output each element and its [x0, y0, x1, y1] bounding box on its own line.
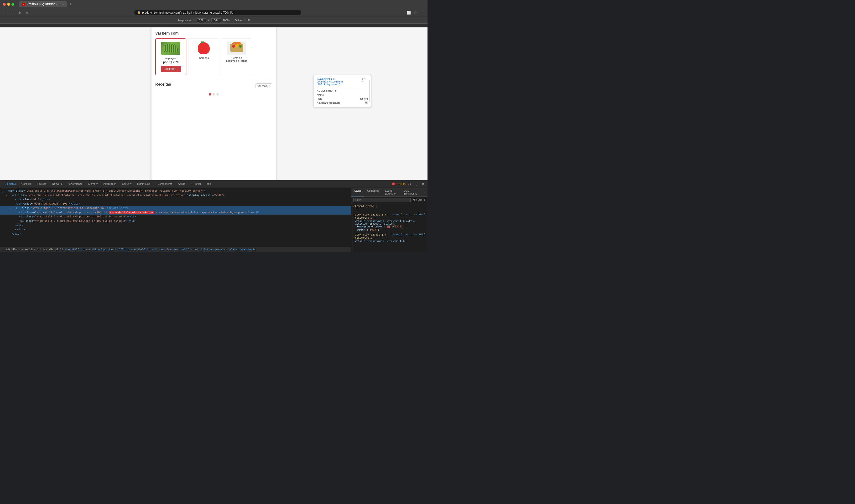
styles-tab-more[interactable]: › — [421, 188, 428, 196]
devtools-settings-icon[interactable]: ⚙ — [407, 181, 412, 187]
html-line-8[interactable]: <li class="vtex-shelf-1-x-dot mh2 mv0 po… — [0, 219, 351, 223]
devtools-tab-performance[interactable]: Performance — [65, 181, 85, 187]
tooltip-name-label: Name — [317, 93, 324, 96]
product-card-cesta[interactable]: Cesta deLegumes e Frutas — [221, 38, 252, 75]
dot-indicator-active[interactable] — [209, 93, 211, 95]
product-name-cesta: Cesta deLegumes e Frutas — [224, 56, 249, 62]
devtools-tab-application[interactable]: Application — [101, 181, 119, 187]
width-input[interactable] — [196, 18, 206, 22]
html-line-10[interactable]: </div> — [0, 228, 351, 232]
html-line-1[interactable]: ▸ <div class="vtex-shelf-1-x-shelfConten… — [0, 189, 351, 193]
tooltip-scrollbar[interactable] — [369, 80, 370, 102]
devtools-close-icon[interactable]: × — [420, 181, 425, 187]
styles-hov-btn[interactable]: :hov — [412, 198, 417, 201]
tooltip-keyboard-icon: ⊘ — [365, 101, 368, 104]
devtools-tab-apollo[interactable]: Apollo — [175, 181, 188, 187]
html-line-6[interactable]: <li class="vtex-shelf-1-x-dot mh2 mv0 po… — [0, 210, 351, 215]
collapse-arrow-2[interactable]: ▸ — [6, 193, 7, 197]
breadcrumb-item-div1[interactable]: div — [5, 248, 12, 251]
maximize-traffic-light[interactable] — [12, 3, 14, 6]
collapse-arrow-5[interactable]: ▸ — [10, 206, 11, 210]
html-line-11[interactable]: </div> — [0, 232, 351, 236]
browser-tab-active[interactable]: V V T FRA L MIQ GRE750 - Zon... × — [19, 1, 67, 7]
styles-rule-comment-2: details-product-main .vtex-shelf-1- — [353, 240, 425, 242]
styles-add-btn[interactable]: + — [424, 198, 425, 202]
add-to-cart-button[interactable]: Adicionar + — [161, 66, 181, 72]
product-name-aspargos: aspargos — [159, 57, 183, 59]
warn-count: 45 — [403, 183, 405, 185]
breadcrumb-item-ul[interactable]: ul — [55, 248, 59, 251]
dot-indicator-1[interactable] — [212, 93, 215, 95]
breadcrumb-item-div2[interactable]: div — [12, 248, 18, 251]
styles-prop-width: width : 36px ; — [353, 228, 425, 231]
product-card-morango[interactable]: morango — [188, 38, 219, 75]
browser-toolbar-right: ⬜ ☆ ⋮ — [406, 10, 425, 15]
devtools-tab-components[interactable]: • Components — [153, 181, 175, 187]
devtools-tab-axe[interactable]: axe — [204, 181, 214, 187]
html-panel[interactable]: … ▸ <div class="vtex-shelf-1-x-shelfCont… — [0, 188, 351, 252]
breadcrumb-item-div3[interactable]: div — [18, 248, 24, 251]
product-card-aspargos[interactable]: aspargos por R$ 7,70 Adicionar + — [155, 38, 186, 75]
collapse-arrow-1[interactable]: ▸ — [2, 189, 3, 193]
error-icon: 🔴 — [392, 182, 395, 185]
height-input[interactable] — [211, 18, 221, 22]
devtools-icons: 🔴 16 ⚠ 45 ⚙ ⋮ × — [392, 181, 426, 187]
styles-source-2[interactable]: zonasul.zon...produto:2 — [393, 233, 425, 240]
devtools-body: … ▸ <div class="vtex-shelf-1-x-shelfCont… — [0, 188, 428, 252]
online-label: Online — [235, 19, 242, 22]
devtools-tab-console[interactable]: Console — [19, 181, 34, 187]
devtools-tab-profiler[interactable]: • Profiler — [188, 181, 204, 187]
tooltip-role-label: Role — [317, 97, 322, 100]
new-tab-button[interactable]: + — [68, 1, 73, 7]
html-line-9[interactable]: </ul> — [0, 223, 351, 228]
bookmark-icon[interactable]: ☆ — [413, 10, 418, 15]
receitas-section: Receitas Ver mais + — [155, 79, 272, 89]
url-bar[interactable]: 🔒 produto--zonasul.myvtex.com/v-tto-fra-… — [134, 10, 301, 15]
styles-tab-computed[interactable]: Computed — [364, 188, 382, 196]
html-line-3[interactable]: <div class="db"></div> — [0, 197, 351, 202]
styles-tab-event-listeners[interactable]: Event Listeners — [382, 188, 401, 196]
tab-close-btn[interactable]: × — [63, 3, 64, 6]
devtools-more-icon[interactable]: ⋮ — [414, 181, 419, 187]
breadcrumb-item-section[interactable]: section — [24, 248, 36, 251]
devtools-tab-network[interactable]: Network — [49, 181, 65, 187]
devtools-tab-sources[interactable]: Sources — [34, 181, 49, 187]
html-line-7[interactable]: <li class="vtex-shelf-1-x-dot mh2 mv0 po… — [0, 215, 351, 219]
breadcrumb-item-div5[interactable]: div — [42, 248, 48, 251]
styles-source-1[interactable]: zonasul.zon...produto:2 — [393, 213, 425, 220]
styles-tab-dom-breakpoints[interactable]: DOM Breakpoints — [401, 188, 421, 196]
error-count-badge: 🔴 16 — [392, 182, 398, 185]
styles-cls-btn[interactable]: .cls — [418, 198, 422, 201]
tab-favicon: V — [22, 3, 25, 6]
back-button[interactable]: ← — [3, 10, 8, 15]
html-line-2[interactable]: ▸ <ul class="vtex-shelf-1-x-sliderContai… — [0, 193, 351, 197]
styles-filter-input[interactable] — [353, 198, 411, 202]
warn-icon: ⚠ — [400, 182, 402, 185]
browser-chrome: V V T FRA L MIQ GRE750 - Zon... × + — [0, 0, 428, 8]
screen-cast-icon[interactable]: ⬜ — [406, 10, 411, 15]
minimize-traffic-light[interactable] — [7, 3, 10, 6]
tooltip-role-row: Role listitem — [317, 97, 368, 101]
breadcrumb-item-div6[interactable]: div — [49, 248, 55, 251]
dot-indicator-2[interactable] — [216, 93, 219, 95]
styles-tab-styles[interactable]: Styles — [351, 188, 364, 196]
devtools-tab-elements[interactable]: Elements — [2, 181, 19, 187]
devtools-tab-memory[interactable]: Memory — [85, 181, 101, 187]
breadcrumb-item-li-active[interactable]: li.vtex-shelf-1-x-dot.mh2.mv0.pointer.br… — [59, 248, 257, 251]
devtools-tab-lighthouse[interactable]: Lighthouse — [134, 181, 153, 187]
html-line-5[interactable]: ▸ <ul class="vtex-slider-0-x-dotsContain… — [0, 206, 351, 210]
ver-mais-button[interactable]: Ver mais + — [255, 84, 272, 88]
forward-button[interactable]: → — [10, 10, 15, 15]
devtools-tab-security[interactable]: Security — [119, 181, 134, 187]
breadcrumb-item-div4[interactable]: div — [36, 248, 42, 251]
styles-element-style-rule: element.style { } — [353, 204, 425, 211]
refresh-button[interactable]: ↻ — [17, 10, 22, 15]
settings-icon[interactable]: ⚙ — [248, 19, 250, 22]
close-traffic-light[interactable] — [3, 3, 6, 6]
accessibility-tooltip: li.vtex-shelf-1-x-dot.mh2.mv0.pointer.br… — [314, 75, 371, 107]
more-tools-icon[interactable]: ⋮ — [419, 10, 425, 15]
asparagos-image — [161, 42, 180, 55]
html-line-4[interactable]: <div class="overflow-hidden h-100"></div… — [0, 202, 351, 206]
home-button[interactable]: ⌂ — [24, 10, 30, 15]
responsive-label: Responsive — [177, 19, 191, 22]
